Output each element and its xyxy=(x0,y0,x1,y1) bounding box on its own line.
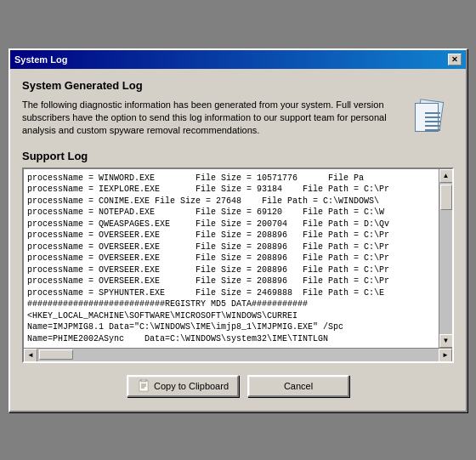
title-bar-controls: ✕ xyxy=(448,54,462,65)
title-bar: System Log ✕ xyxy=(10,50,466,69)
system-log-window: System Log ✕ System Generated Log The fo… xyxy=(8,48,468,412)
icon-line-2 xyxy=(425,116,440,118)
scroll-down-button[interactable]: ▼ xyxy=(439,334,453,348)
close-button[interactable]: ✕ xyxy=(448,54,462,65)
window-content: System Generated Log The following diagn… xyxy=(10,69,466,411)
section-title: System Generated Log xyxy=(22,79,454,92)
copy-to-clipboard-button[interactable]: Copy to Clipboard xyxy=(127,375,239,397)
scroll-right-button[interactable]: ► xyxy=(439,349,452,362)
database-icon xyxy=(408,99,449,139)
cancel-button-label: Cancel xyxy=(284,381,313,391)
button-row: Copy to Clipboard Cancel xyxy=(22,370,454,400)
scroll-left-button[interactable]: ◄ xyxy=(24,349,37,362)
icon-line-3 xyxy=(425,121,440,122)
header-area: The following diagnostic information has… xyxy=(22,99,454,139)
icon-front-page xyxy=(415,103,439,132)
log-container: processName = WINWORD.EXE File Size = 10… xyxy=(22,168,454,363)
svg-rect-2 xyxy=(141,379,146,382)
log-content-area: processName = WINWORD.EXE File Size = 10… xyxy=(24,169,452,348)
cancel-button[interactable]: Cancel xyxy=(247,375,349,397)
icon-line-1 xyxy=(425,112,440,114)
scroll-track-h[interactable] xyxy=(37,349,439,361)
icon-lines xyxy=(425,112,440,131)
log-text[interactable]: processName = WINWORD.EXE File Size = 10… xyxy=(24,169,439,348)
icon-line-4 xyxy=(425,125,440,127)
copy-button-label: Copy to Clipboard xyxy=(154,381,229,391)
scroll-track-v[interactable] xyxy=(439,183,452,334)
icon-line-5 xyxy=(425,129,440,131)
scroll-thumb-h[interactable] xyxy=(39,349,73,360)
scroll-up-button[interactable]: ▲ xyxy=(439,169,453,183)
horizontal-scrollbar[interactable]: ◄ ► xyxy=(24,348,452,361)
clipboard-icon xyxy=(137,379,150,393)
icon-area xyxy=(403,99,454,139)
scroll-thumb-v[interactable] xyxy=(440,185,452,210)
vertical-scrollbar[interactable]: ▲ ▼ xyxy=(439,169,452,348)
header-description: The following diagnostic information has… xyxy=(22,99,403,138)
window-title: System Log xyxy=(14,54,67,65)
support-log-title: Support Log xyxy=(22,150,454,162)
